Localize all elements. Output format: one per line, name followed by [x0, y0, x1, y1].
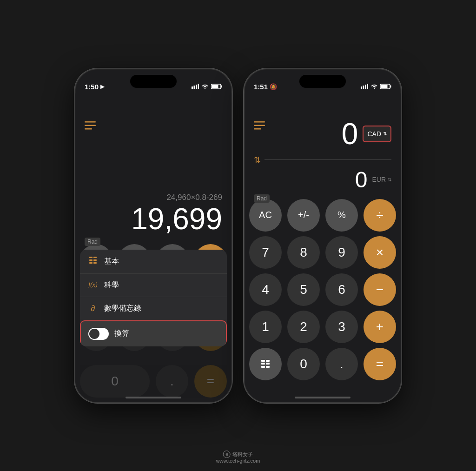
- eur-label: EUR: [372, 176, 386, 183]
- calc-buttons-right: AC +/- % ÷ 7 8 9 × 4 5 6 −: [245, 196, 401, 399]
- status-icons-left: [192, 84, 222, 91]
- basic-label: 基本: [104, 257, 119, 266]
- svg-rect-25: [254, 128, 261, 130]
- svg-rect-21: [381, 85, 388, 88]
- watermark-text: 塔科女子: [232, 451, 253, 458]
- menu-icon-right[interactable]: [254, 121, 265, 132]
- watermark-url: www.tech-girlz.com: [216, 458, 260, 464]
- status-time-right: 1:51 🔕: [254, 83, 277, 91]
- math-icon: ∂: [87, 304, 99, 313]
- signal-icon-right: [361, 84, 368, 91]
- btn-5-right[interactable]: 5: [287, 273, 320, 306]
- signal-icon-left: [192, 84, 199, 91]
- svg-rect-5: [212, 85, 218, 88]
- mute-icon-right: 🔕: [270, 83, 277, 90]
- wifi-icon-left: [201, 84, 209, 91]
- status-time-left: 1:50 ▶: [85, 83, 104, 91]
- time-left: 1:50: [85, 83, 99, 91]
- time-right: 1:51: [254, 83, 268, 91]
- btn-eq-right[interactable]: =: [364, 348, 396, 380]
- dropdown-menu: 基本 f(x) 科學 ∂ 數學備忘錄 換算: [80, 250, 227, 346]
- svg-rect-29: [266, 363, 270, 365]
- dynamic-island-left: [130, 75, 177, 88]
- swap-icon[interactable]: ⇅: [254, 155, 261, 165]
- svg-rect-7: [85, 121, 96, 123]
- svg-rect-18: [365, 85, 366, 89]
- status-icons-right: [361, 84, 391, 91]
- phone-right: 1:51 🔕: [244, 68, 402, 403]
- swap-divider: [264, 159, 391, 160]
- btn-3-right[interactable]: 3: [325, 311, 358, 343]
- eur-selector[interactable]: EUR ⇅: [372, 176, 391, 183]
- svg-rect-23: [254, 121, 265, 123]
- phone-content-left: 24,960×0.8-269 19,699 Rad AC +/- % ÷ 7 8: [75, 93, 231, 402]
- btn-row-4-right: 1 2 3 +: [249, 311, 396, 343]
- top-value: 0: [342, 117, 358, 151]
- btn-row-hidden: 0 . =: [80, 365, 227, 398]
- btn-grid-right[interactable]: [249, 348, 282, 380]
- btn-ac-right[interactable]: AC: [249, 199, 282, 232]
- btn-add-right[interactable]: +: [364, 311, 396, 343]
- svg-rect-17: [363, 86, 364, 89]
- btn-0-hidden[interactable]: 0: [80, 365, 150, 398]
- calc-result: 19,699: [85, 204, 222, 234]
- rad-badge-left: Rad: [85, 238, 100, 246]
- cad-selector[interactable]: CAD ⇅: [363, 126, 391, 142]
- battery-icon-right: [380, 84, 391, 91]
- bottom-value: 0: [355, 167, 368, 192]
- svg-rect-22: [390, 85, 391, 87]
- dropdown-science[interactable]: f(x) 科學: [80, 274, 227, 297]
- svg-rect-13: [93, 259, 97, 261]
- converter-label: 換算: [114, 329, 129, 338]
- svg-rect-24: [254, 125, 265, 126]
- btn-percent-right[interactable]: %: [325, 199, 358, 232]
- dropdown-converter[interactable]: 換算: [80, 320, 227, 346]
- wifi-icon-right: [370, 84, 378, 91]
- svg-rect-8: [85, 125, 96, 126]
- svg-rect-14: [89, 262, 93, 264]
- converter-bottom-row: 0 EUR ⇅: [254, 167, 391, 192]
- btn-plusminus-right[interactable]: +/-: [287, 199, 320, 232]
- watermark-brand: 塔科女子: [232, 451, 253, 457]
- svg-rect-31: [266, 366, 270, 368]
- dropdown-math[interactable]: ∂ 數學備忘錄: [80, 297, 227, 320]
- btn-dot-hidden[interactable]: .: [156, 365, 188, 398]
- watermark: ⊕ 塔科女子 www.tech-girlz.com: [216, 451, 260, 464]
- svg-rect-11: [93, 257, 97, 258]
- btn-9-right[interactable]: 9: [325, 236, 358, 269]
- btn-2-right[interactable]: 2: [287, 311, 320, 343]
- swap-row: ⇅: [254, 153, 391, 167]
- svg-rect-28: [261, 363, 265, 365]
- btn-0-right[interactable]: 0: [287, 348, 320, 380]
- btn-div-right[interactable]: ÷: [364, 199, 396, 232]
- math-label: 數學備忘錄: [104, 304, 141, 313]
- btn-row-5-right: 0 . =: [249, 348, 396, 380]
- btn-eq-hidden[interactable]: =: [194, 365, 227, 398]
- location-icon-left: ▶: [100, 84, 104, 90]
- btn-7-right[interactable]: 7: [249, 236, 282, 269]
- btn-row-2-right: 7 8 9 ×: [249, 236, 396, 269]
- rad-badge-right: Rad: [254, 194, 270, 203]
- btn-sub-right[interactable]: −: [364, 273, 396, 306]
- watermark-logo: ⊕ 塔科女子: [216, 451, 260, 458]
- btn-mul-right[interactable]: ×: [364, 236, 396, 269]
- btn-1-right[interactable]: 1: [249, 311, 282, 343]
- menu-icon-left[interactable]: [85, 121, 96, 132]
- btn-dot-right[interactable]: .: [325, 348, 358, 380]
- svg-rect-2: [196, 85, 197, 89]
- toggle-knob: [89, 329, 99, 339]
- calc-expression: 24,960×0.8-269: [85, 193, 222, 202]
- basic-icon: [87, 256, 99, 267]
- btn-row-3-right: 4 5 6 −: [249, 273, 396, 306]
- toggle-switch[interactable]: [88, 328, 109, 340]
- watermark-circle: ⊕: [223, 451, 231, 458]
- btn-4-right[interactable]: 4: [249, 273, 282, 306]
- svg-rect-19: [367, 84, 369, 89]
- svg-rect-6: [221, 85, 222, 87]
- svg-rect-10: [89, 257, 93, 258]
- svg-rect-27: [266, 360, 270, 362]
- dropdown-basic[interactable]: 基本: [80, 250, 227, 274]
- btn-8-right[interactable]: 8: [287, 236, 320, 269]
- btn-6-right[interactable]: 6: [325, 273, 358, 306]
- svg-rect-26: [261, 360, 265, 362]
